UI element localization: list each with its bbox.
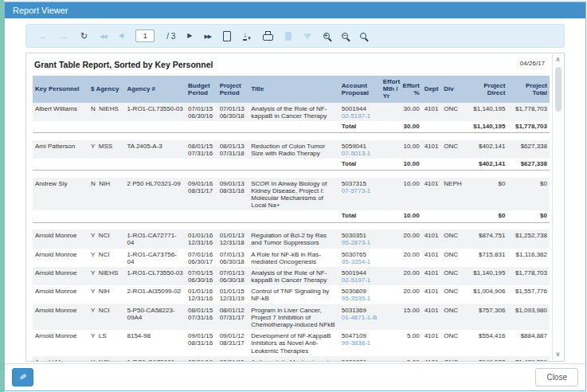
account-proposal-cell: 503076595-3354-1 [339, 249, 381, 267]
effort-mth-cell [381, 103, 401, 121]
project-period-cell: 08/01/1207/31/17 [217, 304, 249, 331]
agency-number-cell: 1-RO1-CL73550-03 [125, 103, 186, 121]
project-period-cell: 02/01/1501/31/20 [217, 356, 249, 362]
div-cell: ONC [441, 267, 466, 285]
project-total-cell: $1,778,703 [507, 103, 550, 121]
div-cell: ONC [441, 285, 466, 304]
dialog-content: ← → ↻ ◀◀ ◀ / 3 ▶ ▶▶ ↓ ▾ + − Grant Table … [5, 18, 585, 363]
effort-pct-cell: 20.00 [400, 249, 421, 267]
export-download-icon[interactable]: ↓ ▾ [243, 31, 251, 41]
effort-pct-cell: 15.00 [400, 304, 421, 331]
title-cell: Antiapoptotic Mechanisms in Recurrent Pr… [248, 356, 339, 362]
project-total-cell: $1,093,980 [507, 304, 550, 331]
total-direct: $0 [466, 210, 508, 222]
column-header: Effort Mth / Yr [381, 76, 401, 103]
project-direct-cell: $1,140,195 [466, 103, 508, 121]
div-cell: ONC [441, 140, 466, 159]
effort-pct-cell: 5.00 [400, 356, 421, 362]
total-direct: $1,140,195 [466, 121, 508, 133]
effort-pct-cell: 5.00 [400, 330, 421, 356]
account-proposal-cell: 503083697-3280-1 [339, 356, 381, 362]
dept-cell: 4101 [422, 140, 442, 159]
effort-pct-cell: 30.00 [400, 103, 421, 121]
scroll-up-icon[interactable]: ∧ [556, 54, 561, 65]
budget-period-cell: 02/01/1603/31/17 [186, 356, 217, 362]
page-layout-icon[interactable] [223, 31, 231, 41]
agency-number-cell: 1-RO1-CL73550-03 [125, 267, 186, 285]
zoom-in-icon[interactable]: + [323, 33, 330, 39]
column-header: Key Personnel [33, 76, 88, 103]
dept-cell: 4101 [422, 267, 442, 285]
group-total-row: Total10.00$0$0 [33, 210, 550, 222]
last-page-icon[interactable]: ▶▶ [204, 33, 211, 39]
proposal-link[interactable]: 01-4671-1-B [342, 314, 377, 321]
budget-period-cell: 09/01/1608/31/17 [186, 178, 217, 211]
effort-pct-cell: 10.00 [400, 140, 421, 159]
filter-icon[interactable] [303, 33, 311, 39]
div-cell: ONC [441, 304, 466, 331]
scroll-down-icon[interactable]: ∨ [556, 349, 561, 360]
table-row: Arnold MonroeY NIH2-RO1-AI35099-0201/01/… [33, 285, 550, 304]
group-total-row: Total30.00$1,140,195$1,778,703 [33, 121, 550, 133]
div-cell: ONC [441, 356, 466, 362]
account-proposal-cell: 503136901-4671-1-B [339, 304, 381, 331]
div-cell: ONC [441, 330, 466, 356]
proposal-link[interactable]: 99-3838-1 [342, 339, 370, 347]
agency-number-cell: 2-RO1-AI35099-02 [125, 285, 186, 304]
title-cell: Regulation of Bcl-2 by Ras and Tumor Sup… [248, 229, 339, 248]
table-row: Andrew SlyN NIH2 P50 HL70321-0909/01/160… [33, 178, 550, 211]
document-map-icon[interactable] [285, 32, 292, 41]
key-personnel-cell: Ami Patterson [33, 140, 88, 159]
total-label: Total [339, 121, 381, 133]
effort-mth-cell [381, 140, 401, 159]
project-total-cell: $1,252,738 [507, 229, 550, 248]
proposal-link[interactable]: 07-5013-1 [342, 150, 370, 157]
proposal-link[interactable]: 95-2873-1 [342, 239, 370, 246]
title-cell: Program in Liver Cancer, Project 7 Inhib… [248, 304, 339, 331]
agency-number-cell: 1-RO1-CA72771-04 [125, 229, 186, 248]
scrollbar-thumb[interactable] [555, 67, 562, 112]
report-page: Grant Table Report, Sorted by Key Person… [25, 53, 565, 362]
first-page-icon[interactable]: ◀◀ [100, 33, 107, 39]
proposal-link[interactable]: 95-3354-1 [342, 258, 370, 265]
effort-mth-cell [381, 285, 401, 304]
report-scrollbar[interactable]: ∧ ∨ [552, 54, 563, 360]
next-page-icon[interactable]: ▶ [187, 33, 192, 39]
dialog-title: Report Viewer [13, 6, 68, 15]
forward-icon[interactable]: → [60, 32, 68, 41]
zoom-mode-icon[interactable] [360, 33, 366, 39]
proposal-link[interactable]: 07-5773-1 [342, 187, 370, 194]
account-proposal-cell: 505904107-5013-1 [339, 140, 381, 159]
zoom-out-icon[interactable]: − [342, 33, 348, 39]
div-cell: ONC [441, 249, 466, 267]
proposal-link[interactable]: 95-3535-1 [342, 295, 370, 302]
key-personnel-cell: Albert Williams [33, 103, 88, 121]
effort-mth-cell [381, 356, 401, 362]
key-personnel-cell: Arnold Monroe [33, 285, 88, 304]
table-row: Arnold MonroeY NIEHS1-RO1-CL73550-0307/0… [33, 267, 550, 285]
account-proposal-cell: 503080995-3535-1 [339, 285, 381, 304]
project-total-cell: $1,116,382 [507, 249, 550, 267]
report-title: Grant Table Report, Sorted by Key Person… [34, 60, 213, 69]
total-total: $0 [507, 210, 550, 222]
grant-table: Key Personnel$ AgencyAgency #Budget Peri… [33, 76, 550, 362]
project-total-cell: $884,887 [507, 330, 550, 356]
dept-cell: 4101 [422, 304, 442, 331]
grant-table-head: Key Personnel$ AgencyAgency #Budget Peri… [33, 76, 550, 103]
prev-page-icon[interactable]: ◀ [119, 33, 123, 39]
project-direct-cell: $1,004,906 [466, 285, 508, 304]
title-cell: SCOR In Airway Biology of Kidney Disease… [248, 178, 339, 211]
table-row: Ami PattersonY MSSTA 2405-A-308/01/1507/… [33, 140, 550, 159]
refresh-icon[interactable]: ↻ [80, 32, 88, 41]
proposal-link[interactable]: 02-5197-1 [342, 112, 370, 120]
column-header: Account Proposal [339, 76, 381, 103]
table-row: Arnold MonroeY LS8154-9809/01/1508/31/16… [33, 330, 550, 356]
project-period-cell: 07/01/1306/30/18 [217, 103, 249, 121]
close-button[interactable]: Close [535, 368, 578, 386]
back-icon[interactable]: ← [39, 32, 48, 41]
proposal-link[interactable]: 02-5197-1 [342, 276, 370, 284]
edit-report-button[interactable]: ✎ [12, 368, 33, 386]
budget-period-cell: 01/01/1612/31/16 [186, 285, 217, 304]
page-number-input[interactable] [135, 29, 155, 42]
print-icon[interactable] [263, 31, 273, 41]
